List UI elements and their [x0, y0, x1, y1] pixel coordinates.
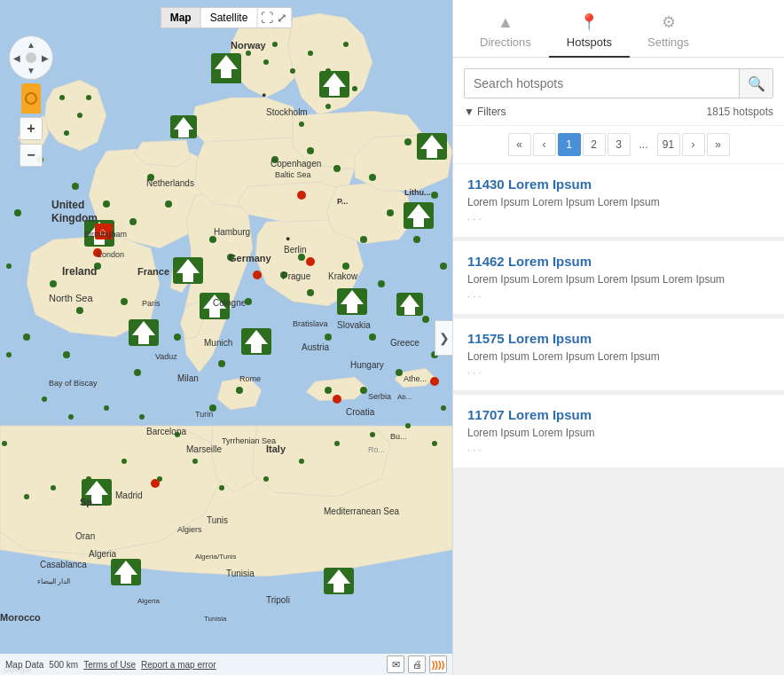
svg-text:●: ●: [262, 90, 266, 99]
svg-text:Oran: Oran: [75, 531, 95, 541]
svg-point-1: [72, 183, 79, 190]
svg-text:الدار البيضاء: الدار البيضاء: [37, 577, 70, 585]
svg-point-75: [290, 68, 295, 74]
zoom-in-button[interactable]: +: [20, 117, 43, 140]
svg-text:Italy: Italy: [266, 443, 286, 454]
hotspot-item-11430[interactable]: 11430 Lorem Ipsum Lorem Ipsum Lorem Ipsu…: [453, 164, 784, 238]
pagination: « ‹ 1 2 3 ... 91 › »: [453, 126, 784, 164]
pagination-page-1[interactable]: 1: [558, 133, 581, 156]
svg-text:Tunisia: Tunisia: [204, 615, 227, 623]
map-nav-control[interactable]: ▲ ▼ ◀ ▶: [9, 35, 53, 80]
svg-text:Algeria: Algeria: [89, 549, 117, 559]
svg-text:Austria: Austria: [302, 342, 330, 352]
svg-point-84: [64, 130, 69, 136]
hotspot-item-11575[interactable]: 11575 Lorem Ipsum Lorem Ipsum Lorem Ipsu…: [453, 318, 784, 392]
svg-point-4: [14, 209, 21, 216]
svg-text:London: London: [98, 250, 124, 259]
hotspot-more-11462: · · ·: [467, 291, 770, 302]
hotspot-item-11462[interactable]: 11462 Lorem Ipsum Lorem Ipsum Lorem Ipsu…: [453, 241, 784, 315]
pagination-page-2[interactable]: 2: [583, 133, 606, 156]
svg-point-31: [298, 254, 305, 261]
hotspot-list: 11430 Lorem Ipsum Lorem Ipsum Lorem Ipsu…: [453, 164, 784, 675]
svg-point-68: [405, 423, 411, 428]
svg-point-92: [297, 191, 306, 200]
svg-text:Algiers: Algiers: [177, 525, 202, 534]
map-report-link[interactable]: Report a map error: [141, 660, 216, 670]
svg-point-47: [360, 387, 367, 394]
svg-text:Morocco: Morocco: [0, 612, 41, 623]
hotspot-desc-11430: Lorem Ipsum Lorem Ipsum Lorem Ipsum: [467, 195, 770, 210]
svg-text:Turin: Turin: [195, 410, 213, 419]
map-fullscreen-icon[interactable]: ⛶: [261, 11, 273, 25]
pagination-last[interactable]: »: [707, 133, 730, 156]
pagination-page-3[interactable]: 3: [608, 133, 631, 156]
hotspot-title-11462: 11462 Lorem Ipsum: [467, 254, 770, 269]
svg-point-46: [396, 369, 403, 376]
map-print-icon[interactable]: 🖨: [408, 655, 426, 673]
map-type-map-button[interactable]: Map: [161, 8, 201, 27]
map-email-icon[interactable]: ✉: [387, 655, 404, 673]
svg-point-54: [104, 405, 109, 411]
right-panel: ▲ Directions 📍 Hotspots ⚙ Settings 🔍 ▼ F…: [452, 0, 784, 675]
filter-row: ▼ Filters 1815 hotspots: [453, 98, 784, 126]
svg-point-8: [121, 298, 128, 305]
hotspot-desc-11575: Lorem Ipsum Lorem Ipsum Lorem Ipsum: [467, 349, 770, 365]
map-area[interactable]: ⌂ Norway: [0, 0, 452, 675]
tab-settings-label: Settings: [647, 35, 689, 49]
search-input[interactable]: [465, 69, 739, 98]
hotspot-count: 1815 hotspots: [707, 106, 773, 118]
tab-settings[interactable]: ⚙ Settings: [630, 5, 707, 58]
map-terms-link[interactable]: Terms of Use: [83, 660, 136, 670]
svg-text:Vaduz: Vaduz: [155, 352, 177, 361]
nav-down-arrow[interactable]: ▼: [27, 66, 35, 75]
pagination-page-last[interactable]: 91: [657, 133, 680, 156]
svg-point-44: [440, 263, 447, 270]
search-button[interactable]: 🔍: [739, 69, 772, 98]
tab-directions-label: Directions: [480, 35, 531, 49]
pagination-prev[interactable]: ‹: [533, 133, 556, 156]
svg-text:France: France: [137, 266, 169, 277]
map-rss-icon[interactable]: )))): [429, 655, 447, 673]
svg-text:Norway: Norway: [231, 40, 267, 51]
pagination-next[interactable]: ›: [682, 133, 705, 156]
svg-text:Tunis: Tunis: [207, 515, 228, 525]
svg-text:Baltic Sea: Baltic Sea: [275, 170, 311, 179]
svg-point-87: [253, 271, 262, 279]
panel-expand-arrow[interactable]: ❯: [435, 320, 452, 356]
svg-point-27: [431, 192, 438, 199]
nav-up-arrow[interactable]: ▲: [27, 40, 35, 50]
svg-point-69: [441, 405, 446, 411]
zoom-out-button[interactable]: −: [20, 144, 43, 167]
svg-text:Bu...: Bu...: [390, 432, 407, 441]
svg-point-6: [76, 307, 83, 314]
svg-point-49: [6, 263, 12, 269]
filters-label: Filters: [477, 106, 506, 118]
svg-text:Madrid: Madrid: [115, 491, 143, 500]
filters-link[interactable]: ▼ Filters: [464, 106, 506, 118]
nav-left-arrow[interactable]: ◀: [13, 53, 20, 63]
map-expand-icon[interactable]: ⤢: [277, 11, 287, 25]
map-type-control: Map Satellite ⛶ ⤢: [161, 7, 293, 28]
svg-text:Bratislava: Bratislava: [293, 319, 328, 328]
svg-point-83: [77, 113, 82, 118]
directions-icon: ▲: [498, 13, 514, 32]
tab-hotspots[interactable]: 📍 Hotspots: [549, 5, 630, 58]
map-type-satellite-button[interactable]: Satellite: [201, 8, 258, 27]
nav-right-arrow[interactable]: ▶: [42, 53, 49, 63]
svg-point-89: [151, 479, 160, 488]
svg-text:Krakow: Krakow: [328, 271, 358, 281]
svg-text:Berlin: Berlin: [284, 245, 307, 255]
svg-point-62: [24, 494, 29, 499]
pagination-first[interactable]: «: [508, 133, 531, 156]
hotspot-item-11707[interactable]: 11707 Lorem Ipsum Lorem Ipsum Lorem Ipsu…: [453, 395, 784, 468]
svg-text:Ro...: Ro...: [368, 445, 385, 454]
svg-point-36: [218, 360, 225, 367]
svg-text:United: United: [51, 199, 84, 211]
hotspot-more-11707: · · ·: [467, 444, 770, 455]
svg-text:Marseille: Marseille: [186, 444, 222, 454]
tab-directions[interactable]: ▲ Directions: [462, 6, 549, 58]
svg-point-55: [139, 414, 145, 420]
svg-point-67: [370, 432, 375, 437]
pegman[interactable]: [21, 83, 41, 114]
svg-point-24: [404, 138, 412, 145]
